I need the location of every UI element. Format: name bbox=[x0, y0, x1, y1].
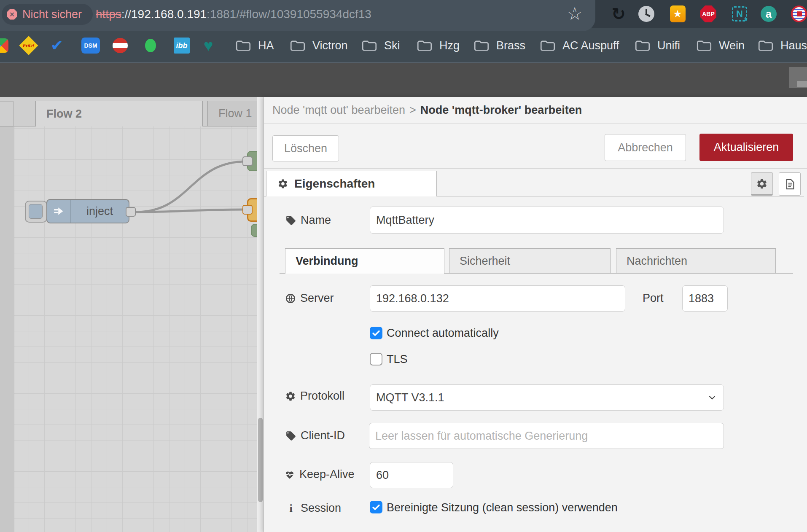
nimbus-extension-icon[interactable]: N+ bbox=[732, 6, 748, 22]
check-icon bbox=[371, 502, 381, 512]
node-red-header bbox=[0, 63, 807, 97]
teal-heart-icon: ♥ bbox=[204, 37, 213, 55]
green-node-input-port[interactable] bbox=[242, 156, 253, 166]
tls-checkbox[interactable] bbox=[370, 353, 382, 365]
sync-arrows-icon: ↻ bbox=[611, 6, 626, 22]
inject-node[interactable]: inject bbox=[46, 199, 129, 223]
edit-node-tray: Node 'mqtt out' bearbeiten > Node 'mqtt-… bbox=[264, 97, 807, 532]
n-dashed-icon: N+ bbox=[732, 6, 747, 21]
tab-verbindung[interactable]: Verbindung bbox=[285, 248, 444, 274]
folder-icon bbox=[635, 39, 650, 52]
folder-icon bbox=[474, 39, 489, 52]
browser-window: ✕ Nicht sicher https://192.168.0.191:188… bbox=[0, 0, 807, 532]
ibb-icon: ibb bbox=[174, 38, 190, 54]
bookmarks-extension-icon[interactable]: ★ bbox=[670, 6, 686, 22]
tls-label: TLS bbox=[387, 353, 408, 366]
heartbeat-icon bbox=[284, 469, 295, 480]
amazon-extension-icon[interactable]: a bbox=[761, 6, 777, 22]
folder-icon bbox=[417, 39, 432, 52]
flow-tab-1[interactable]: Flow 1 bbox=[207, 101, 258, 126]
server-input[interactable] bbox=[370, 285, 625, 312]
clean-session-label: Bereinigte Sitzung (clean session) verwe… bbox=[387, 501, 618, 514]
menu-box-icon bbox=[797, 81, 807, 87]
check-icon: ✔ bbox=[51, 37, 63, 54]
google-icon bbox=[0, 38, 8, 53]
bookmark-folder-unifi[interactable]: Unifi bbox=[635, 38, 680, 53]
bookmark-austria[interactable] bbox=[113, 38, 128, 53]
bookmark-fritz[interactable]: Fritz! bbox=[20, 38, 37, 53]
tab-properties[interactable]: Eigenschaften bbox=[266, 171, 437, 196]
partial-node-green-2[interactable] bbox=[251, 224, 257, 237]
green-dot-icon bbox=[145, 39, 156, 52]
tab-nachrichten[interactable]: Nachrichten bbox=[616, 248, 776, 274]
divider bbox=[264, 168, 807, 169]
name-label: Name bbox=[285, 214, 331, 227]
url-path: :1881/#flow/10391055934dcf13 bbox=[207, 8, 371, 21]
url-text[interactable]: https://192.168.0.191:1881/#flow/1039105… bbox=[96, 0, 371, 28]
folder-icon bbox=[362, 39, 377, 52]
bookmark-folder-haus[interactable]: Haus bbox=[758, 38, 807, 53]
history-extension-icon[interactable] bbox=[638, 6, 654, 22]
bookmark-google[interactable] bbox=[0, 38, 8, 53]
orange-node-input-port[interactable] bbox=[242, 205, 253, 215]
bookmark-star-icon[interactable]: ☆ bbox=[564, 3, 585, 24]
bookmark-todo[interactable]: ✔ bbox=[51, 38, 63, 53]
canvas-scrollbar-thumb[interactable] bbox=[258, 418, 263, 502]
bookmark-folder-brass[interactable]: Brass bbox=[474, 38, 525, 53]
keep-alive-input[interactable] bbox=[370, 462, 453, 488]
bookmark-dsm[interactable]: DSM bbox=[81, 38, 100, 53]
breadcrumb-parent[interactable]: Node 'mqtt out' bearbeiten bbox=[272, 104, 405, 117]
bookmark-green[interactable] bbox=[145, 38, 156, 53]
connect-auto-label: Connect automatically bbox=[387, 327, 499, 340]
delete-button[interactable]: Löschen bbox=[272, 135, 339, 161]
bookmark-folder-ac-auspuff[interactable]: AC Auspuff bbox=[540, 38, 619, 53]
gear-icon bbox=[277, 178, 288, 189]
inject-arrow-icon bbox=[54, 206, 65, 216]
bookmark-folder-victron[interactable]: Victron bbox=[290, 38, 348, 53]
url-scheme: https bbox=[96, 8, 121, 21]
breadcrumb-separator: > bbox=[409, 104, 416, 117]
check-icon bbox=[371, 328, 381, 338]
connect-auto-checkbox[interactable] bbox=[370, 327, 382, 339]
chevron-down-icon bbox=[707, 392, 718, 403]
wires bbox=[0, 126, 257, 532]
node-docs-button[interactable] bbox=[779, 172, 801, 196]
password-extension-icon[interactable] bbox=[791, 6, 807, 22]
clean-session-checkbox[interactable] bbox=[370, 501, 382, 513]
inject-icon-cell bbox=[47, 200, 71, 223]
inject-node-label: inject bbox=[71, 205, 129, 218]
dsm-icon: DSM bbox=[81, 38, 100, 54]
folder-icon bbox=[540, 39, 555, 52]
inject-output-port[interactable] bbox=[126, 207, 136, 217]
name-input[interactable] bbox=[370, 207, 724, 234]
tag-icon bbox=[285, 430, 296, 441]
document-icon bbox=[784, 178, 796, 190]
security-badge[interactable]: ✕ Nicht sicher bbox=[2, 4, 93, 25]
info-icon: i bbox=[285, 502, 296, 515]
flow-canvas[interactable]: inject bbox=[0, 126, 257, 532]
bookmark-folder-hzg[interactable]: Hzg bbox=[417, 38, 460, 53]
protocol-label: Protokoll bbox=[285, 390, 344, 403]
bookmark-health[interactable]: ♥ bbox=[204, 38, 213, 53]
cancel-button[interactable]: Abbrechen bbox=[605, 134, 686, 161]
folder-icon bbox=[758, 39, 773, 52]
bookmark-ibb[interactable]: ibb bbox=[174, 38, 190, 53]
inject-node-button[interactable] bbox=[25, 201, 47, 223]
bookmark-folder-wein[interactable]: Wein bbox=[697, 38, 745, 53]
flow-tab-2[interactable]: Flow 2 bbox=[35, 101, 203, 126]
austria-flag-icon bbox=[113, 38, 128, 53]
node-settings-button[interactable] bbox=[751, 172, 773, 196]
client-id-input[interactable] bbox=[369, 423, 724, 449]
bookmark-folder-ha[interactable]: HA bbox=[236, 38, 274, 53]
sync-extension-icon[interactable]: ↻ bbox=[611, 6, 627, 22]
canvas-scrollbar bbox=[257, 97, 264, 532]
port-input[interactable] bbox=[682, 285, 728, 312]
bookmark-folder-ski[interactable]: Ski bbox=[362, 38, 400, 53]
adblock-extension-icon[interactable]: ABP bbox=[700, 6, 716, 22]
tab-sicherheit[interactable]: Sicherheit bbox=[449, 248, 611, 274]
protocol-select[interactable]: MQTT V3.1.1 bbox=[370, 384, 724, 411]
update-button[interactable]: Aktualisieren bbox=[699, 134, 793, 161]
header-menu-button[interactable] bbox=[789, 67, 807, 88]
gear-icon bbox=[756, 178, 768, 190]
flow-tab-bar: Flow 2 Flow 1 bbox=[0, 97, 264, 126]
